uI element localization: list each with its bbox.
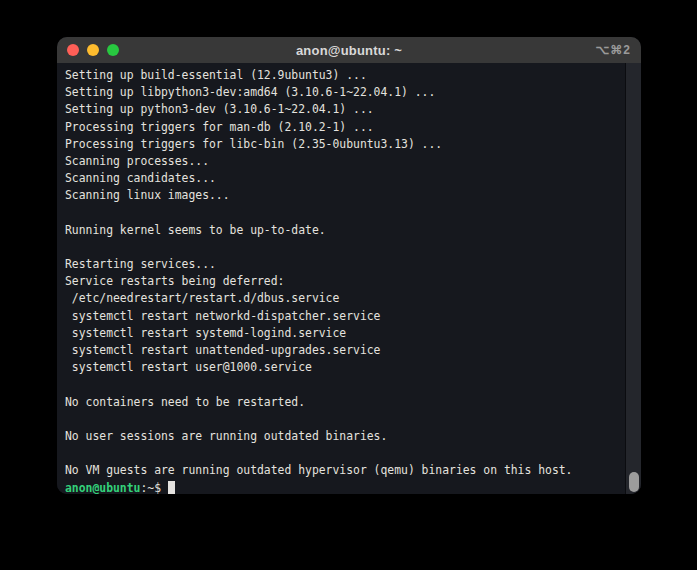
terminal-line: systemctl restart user@1000.service: [65, 359, 625, 376]
terminal-window: anon@ubuntu: ~ ⌥⌘2 Setting up build-esse…: [57, 37, 641, 494]
terminal-line: systemctl restart unattended-upgrades.se…: [65, 342, 625, 359]
minimize-button[interactable]: [87, 44, 99, 56]
terminal-line: No user sessions are running outdated bi…: [65, 428, 625, 445]
terminal-line: [65, 411, 625, 428]
terminal-line: Processing triggers for man-db (2.10.2-1…: [65, 119, 625, 136]
terminal-line: Service restarts being deferred:: [65, 273, 625, 290]
scrollbar-track[interactable]: [625, 63, 641, 494]
terminal-line: Setting up libpython3-dev:amd64 (3.10.6-…: [65, 84, 625, 101]
close-button[interactable]: [67, 44, 79, 56]
traffic-lights: [67, 37, 119, 63]
terminal-line: [65, 239, 625, 256]
window-titlebar[interactable]: anon@ubuntu: ~ ⌥⌘2: [57, 37, 641, 63]
fullscreen-button[interactable]: [107, 44, 119, 56]
window-shortcut-badge: ⌥⌘2: [595, 37, 631, 63]
terminal-line: systemctl restart systemd-logind.service: [65, 325, 625, 342]
terminal-line: Running kernel seems to be up-to-date.: [65, 222, 625, 239]
prompt-path-symbol: :~$: [140, 481, 161, 495]
terminal-line: [65, 205, 625, 222]
text-cursor[interactable]: [168, 481, 175, 494]
terminal-body[interactable]: Setting up build-essential (12.9ubuntu3)…: [57, 63, 641, 494]
terminal-line: [65, 445, 625, 462]
terminal-line: Scanning linux images...: [65, 187, 625, 204]
terminal-line: Scanning candidates...: [65, 170, 625, 187]
terminal-line: Restarting services...: [65, 256, 625, 273]
window-title: anon@ubuntu: ~: [296, 43, 402, 58]
terminal-line: Setting up python3-dev (3.10.6-1~22.04.1…: [65, 101, 625, 118]
terminal-line: [65, 376, 625, 393]
terminal-output: Setting up build-essential (12.9ubuntu3)…: [57, 63, 625, 494]
terminal-line: Setting up build-essential (12.9ubuntu3)…: [65, 67, 625, 84]
terminal-line: Processing triggers for libc-bin (2.35-0…: [65, 136, 625, 153]
terminal-line: /etc/needrestart/restart.d/dbus.service: [65, 290, 625, 307]
scrollbar-thumb[interactable]: [629, 472, 639, 492]
terminal-line: No containers need to be restarted.: [65, 394, 625, 411]
prompt-user-host: anon@ubuntu: [65, 481, 140, 495]
terminal-line: Scanning processes...: [65, 153, 625, 170]
terminal-line: No VM guests are running outdated hyperv…: [65, 462, 625, 479]
prompt-line: anon@ubuntu:~$: [65, 480, 625, 495]
terminal-line: systemctl restart networkd-dispatcher.se…: [65, 308, 625, 325]
